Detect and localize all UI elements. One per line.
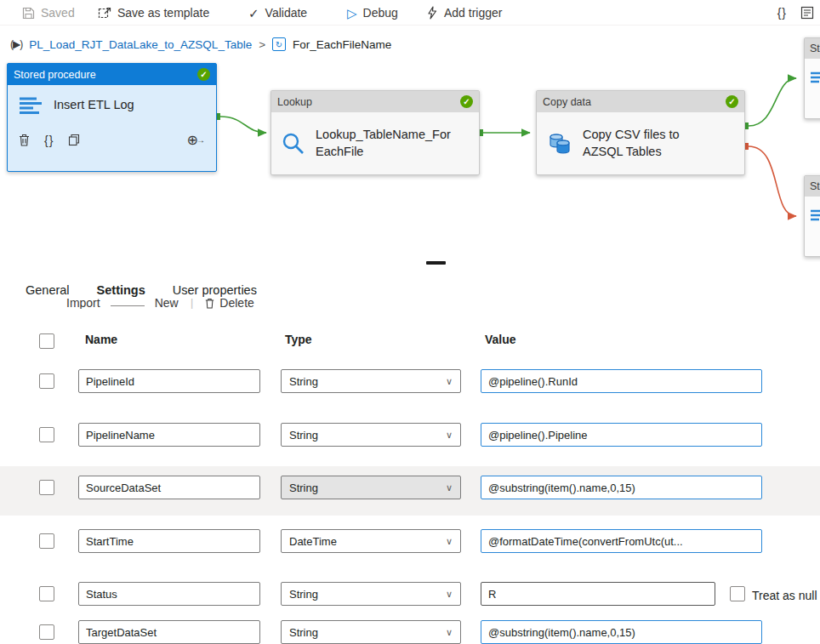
- divider: [111, 305, 145, 306]
- param-type-value: String: [289, 626, 318, 639]
- param-row: String∨: [0, 466, 820, 516]
- activity-title: Insert ETL Log: [54, 97, 134, 114]
- play-icon: ▷: [347, 7, 357, 20]
- row-checkbox[interactable]: [39, 533, 54, 549]
- param-value-input[interactable]: [481, 582, 715, 606]
- tab-settings[interactable]: Settings: [97, 282, 145, 299]
- template-icon: [98, 7, 111, 20]
- param-type-select[interactable]: String∨: [281, 423, 461, 447]
- param-name-input[interactable]: [78, 423, 260, 447]
- add-output-icon[interactable]: ⊕ →: [187, 132, 205, 148]
- select-all-checkbox[interactable]: [39, 333, 54, 349]
- activity-toolbar: {} ⊕ →: [8, 126, 216, 148]
- param-name-input[interactable]: [78, 582, 260, 606]
- new-button[interactable]: New: [155, 297, 179, 309]
- add-trigger-button[interactable]: Add trigger: [426, 0, 502, 26]
- chevron-down-icon: ∨: [446, 430, 453, 441]
- param-type-select[interactable]: String∨: [281, 620, 461, 644]
- connector-copy-success[interactable]: [749, 78, 796, 126]
- activity-type-label: Lookup: [277, 96, 312, 108]
- activity-type-label: Sto: [810, 43, 820, 54]
- param-type-select[interactable]: DateTime∨: [281, 529, 461, 553]
- properties-icon[interactable]: [800, 6, 815, 20]
- validate-label: Validate: [265, 6, 308, 20]
- param-type-select[interactable]: String∨: [281, 476, 461, 499]
- row-checkbox[interactable]: [39, 624, 54, 640]
- param-row: String∨: [0, 611, 820, 644]
- trash-icon: [205, 298, 214, 309]
- breadcrumb-pipeline-link[interactable]: PL_Load_RJT_DataLake_to_AZSQL_Table: [29, 38, 252, 51]
- save-button[interactable]: Saved: [22, 0, 75, 26]
- stored-procedure-icon: [810, 208, 820, 224]
- treat-as-null-label: Treat as null: [752, 589, 817, 602]
- param-name-input[interactable]: [78, 369, 260, 393]
- delete-label: Delete: [219, 297, 253, 309]
- tab-general[interactable]: General: [26, 282, 70, 299]
- breadcrumb-activity: For_EachFileName: [293, 38, 391, 51]
- param-type-select[interactable]: String∨: [281, 369, 461, 393]
- debug-label: Debug: [363, 6, 398, 20]
- clone-activity-icon[interactable]: [68, 134, 80, 146]
- param-type-value: String: [289, 375, 318, 388]
- breadcrumb-separator: >: [259, 38, 265, 51]
- stored-procedure-icon: [810, 71, 820, 86]
- activity-node-lookup[interactable]: Lookup ✓ Lookup_TableName_ForEachFile: [270, 90, 480, 175]
- param-value-input[interactable]: [481, 529, 762, 553]
- param-name-input[interactable]: [78, 620, 260, 644]
- validate-button[interactable]: ✓ Validate: [248, 0, 307, 26]
- activity-type-header: Lookup ✓: [271, 91, 479, 112]
- row-checkbox[interactable]: [39, 480, 54, 495]
- activity-type-label: Sto: [810, 180, 820, 192]
- activity-node-stored-procedure[interactable]: Stored procedure ✓ Insert ETL Log {}: [7, 63, 217, 172]
- activity-type-label: Copy data: [543, 96, 591, 108]
- activity-node-copy-data[interactable]: Copy data ✓ Copy CSV files to AZSQL Tabl…: [536, 90, 745, 175]
- param-row: String∨: [0, 413, 820, 463]
- param-value-input[interactable]: [481, 476, 762, 499]
- copy-data-icon: [547, 131, 572, 157]
- param-type-value: String: [289, 482, 318, 494]
- check-icon: ✓: [248, 7, 259, 20]
- code-braces-icon[interactable]: {}: [44, 134, 54, 147]
- param-value-input[interactable]: [481, 423, 762, 447]
- connector-copy-failure[interactable]: [749, 146, 796, 216]
- panel-resize-handle[interactable]: [426, 261, 446, 265]
- param-value-input[interactable]: [481, 369, 762, 393]
- activity-node-partial-top[interactable]: Sto: [804, 37, 820, 119]
- param-type-value: String: [289, 588, 318, 601]
- save-icon: [22, 7, 35, 20]
- success-badge: ✓: [726, 95, 738, 108]
- success-badge: ✓: [460, 95, 473, 108]
- chevron-down-icon: ∨: [446, 482, 453, 493]
- column-header-name: Name: [85, 333, 117, 346]
- tab-user-properties[interactable]: User properties: [173, 282, 257, 299]
- save-as-template-label: Save as template: [117, 6, 209, 20]
- row-checkbox[interactable]: [39, 373, 54, 389]
- delete-activity-icon[interactable]: [19, 134, 30, 146]
- top-toolbar: Saved Save as template ✓ Validate ▷ Debu…: [0, 0, 820, 26]
- activity-type-label: Stored procedure: [14, 69, 96, 81]
- pipeline-canvas[interactable]: (▶) PL_Load_RJT_DataLake_to_AZSQL_Table …: [0, 26, 820, 265]
- foreach-icon: ↻: [272, 37, 286, 51]
- save-as-template-button[interactable]: Save as template: [98, 0, 209, 26]
- connector-sp-to-lookup[interactable]: [220, 117, 266, 133]
- row-checkbox[interactable]: [39, 586, 54, 601]
- row-checkbox[interactable]: [39, 427, 54, 442]
- debug-button[interactable]: ▷ Debug: [347, 0, 398, 26]
- param-name-input[interactable]: [78, 529, 260, 553]
- activity-node-partial-bottom[interactable]: Sto: [804, 175, 820, 257]
- param-type-value: DateTime: [289, 535, 337, 548]
- param-name-input[interactable]: [78, 476, 260, 499]
- activity-title: Copy CSV files to AZSQL Tables: [583, 127, 712, 160]
- activity-title: Lookup_TableName_ForEachFile: [316, 127, 455, 160]
- activity-type-header: Stored procedure ✓: [8, 64, 216, 85]
- delete-button[interactable]: Delete: [205, 297, 253, 309]
- add-output-arrow: →: [196, 135, 205, 145]
- param-row: String∨: [0, 360, 820, 409]
- import-button[interactable]: Import: [66, 297, 100, 309]
- param-value-input[interactable]: [481, 620, 762, 644]
- parameters-toolbar: Import New | Delete: [66, 297, 254, 309]
- param-type-select[interactable]: String∨: [281, 582, 461, 606]
- breadcrumb: (▶) PL_Load_RJT_DataLake_to_AZSQL_Table …: [10, 37, 391, 51]
- code-view-button[interactable]: {}: [777, 6, 787, 20]
- treat-as-null-checkbox[interactable]: [730, 586, 745, 601]
